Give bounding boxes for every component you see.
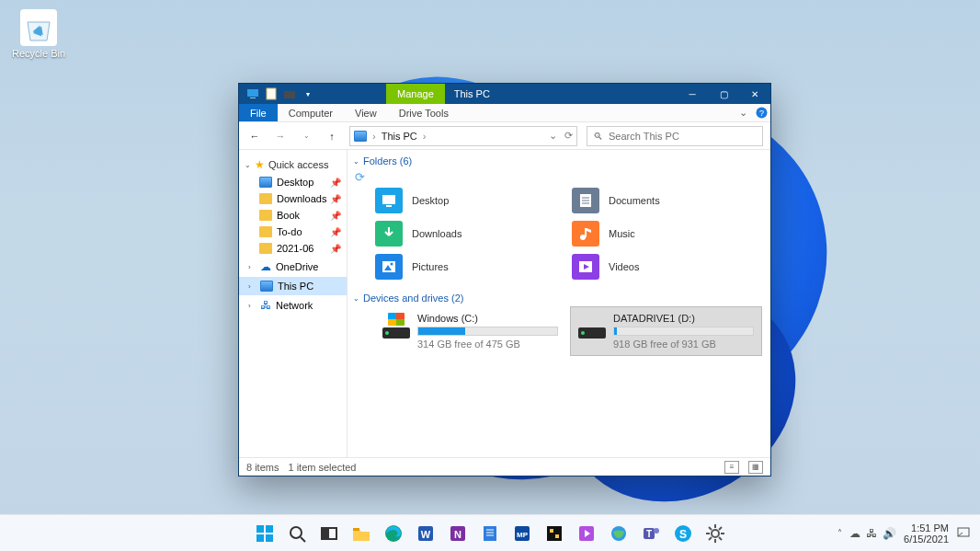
- sidebar-item-to-do[interactable]: To-do📌: [239, 224, 347, 240]
- chevron-down-icon: ⌄: [353, 157, 359, 166]
- ribbon-tab-computer[interactable]: Computer: [278, 104, 344, 121]
- sidebar-this-pc[interactable]: › This PC: [239, 277, 347, 295]
- group-header-label: Folders (6): [363, 155, 412, 166]
- taskbar-settings-icon[interactable]: [701, 520, 729, 547]
- svg-point-24: [291, 527, 302, 538]
- sidebar-item-label: 2021-06: [277, 243, 313, 254]
- this-pc-icon: [246, 87, 259, 100]
- folder-pictures[interactable]: Pictures: [375, 252, 564, 281]
- recent-locations-icon[interactable]: ⌄: [298, 132, 314, 140]
- minimize-button[interactable]: ─: [677, 84, 708, 104]
- details-view-button[interactable]: ≡: [724, 461, 739, 474]
- drive-free-label: 918 GB free of 931 GB: [613, 339, 754, 350]
- drive-item[interactable]: DATADRIVE1 (D:)918 GB free of 931 GB: [571, 307, 761, 355]
- content-pane[interactable]: ⌄ Folders (6) ⟳ DesktopDocumentsDownload…: [348, 150, 770, 457]
- sidebar-onedrive[interactable]: › ☁ OneDrive: [239, 257, 347, 277]
- svg-rect-34: [484, 526, 496, 541]
- taskbar-app-globe-icon[interactable]: [605, 520, 632, 547]
- sidebar-item-label: This PC: [278, 281, 313, 292]
- sidebar-item-book[interactable]: Book📌: [239, 207, 347, 224]
- this-pc-icon: [260, 281, 273, 292]
- sidebar-item-2021-06[interactable]: 2021-06📌: [239, 240, 347, 257]
- search-box[interactable]: 🔍︎: [587, 126, 763, 146]
- taskbar-word-icon[interactable]: W: [412, 520, 439, 547]
- drive-icon: [578, 313, 606, 339]
- svg-rect-22: [256, 534, 264, 542]
- status-item-count: 8 items: [246, 462, 279, 473]
- folder-label: Downloads: [412, 228, 462, 239]
- manage-tab[interactable]: Manage: [386, 84, 445, 104]
- qat-customize-icon[interactable]: ▾: [302, 87, 314, 100]
- ribbon-tab-view[interactable]: View: [344, 104, 388, 121]
- tray-volume-icon[interactable]: 🔊: [883, 527, 896, 540]
- system-tray[interactable]: ˄ ☁ 🖧 🔊 1:51 PM 6/15/2021: [828, 522, 980, 545]
- ribbon-tab-drivetools[interactable]: Drive Tools: [388, 104, 460, 121]
- pin-icon: 📌: [330, 194, 341, 204]
- svg-rect-0: [247, 89, 258, 97]
- address-bar[interactable]: › This PC › ⌄ ⟳: [349, 126, 577, 146]
- drive-item[interactable]: Windows (C:)314 GB free of 475 GB: [375, 307, 565, 355]
- sidebar-item-label: OneDrive: [276, 261, 318, 272]
- taskbar[interactable]: W N MP T S ˄ ☁ 🖧: [0, 514, 980, 551]
- svg-rect-27: [322, 528, 329, 539]
- group-header-label: Devices and drives (2): [363, 293, 463, 304]
- sidebar-item-label: Downloads: [277, 193, 326, 204]
- ribbon-expand-icon[interactable]: ⌄: [734, 104, 752, 121]
- up-button[interactable]: ↑: [324, 131, 340, 142]
- start-button[interactable]: [251, 520, 279, 547]
- tray-overflow-icon[interactable]: ˄: [838, 528, 842, 538]
- taskbar-app-dark-icon[interactable]: [541, 520, 568, 547]
- drive-usage-bar: [613, 327, 754, 336]
- taskbar-edge-icon[interactable]: [380, 520, 407, 547]
- chevron-down-icon: ⌄: [245, 161, 251, 169]
- taskbar-app-purple-icon[interactable]: [573, 520, 600, 547]
- back-button[interactable]: ←: [246, 131, 263, 142]
- search-input[interactable]: [609, 131, 757, 142]
- taskbar-onenote-icon[interactable]: N: [444, 520, 472, 547]
- svg-rect-42: [555, 534, 559, 538]
- chevron-right-icon: ›: [248, 282, 256, 291]
- taskbar-app-notes-icon[interactable]: [476, 520, 504, 547]
- close-button[interactable]: ✕: [739, 84, 770, 104]
- tray-network-icon[interactable]: 🖧: [866, 527, 877, 540]
- tray-notifications-icon[interactable]: [956, 525, 971, 542]
- taskbar-skype-icon[interactable]: S: [669, 520, 697, 547]
- breadcrumb[interactable]: This PC: [382, 131, 417, 142]
- forward-button[interactable]: →: [272, 131, 289, 142]
- folder-videos[interactable]: Videos: [572, 252, 761, 281]
- sidebar-item-downloads[interactable]: Downloads📌: [239, 190, 347, 207]
- group-header-drives[interactable]: ⌄ Devices and drives (2): [353, 293, 761, 304]
- taskbar-search-icon[interactable]: [283, 520, 311, 547]
- taskbar-file-explorer-icon[interactable]: [348, 520, 375, 547]
- refresh-icon[interactable]: ⟳: [564, 130, 573, 142]
- maximize-button[interactable]: ▢: [708, 84, 739, 104]
- large-icons-view-button[interactable]: ▦: [748, 461, 763, 474]
- tray-onedrive-icon[interactable]: ☁: [849, 527, 860, 540]
- new-folder-icon[interactable]: [283, 87, 296, 100]
- taskbar-teams-icon[interactable]: T: [637, 520, 665, 547]
- taskbar-app-mp-icon[interactable]: MP: [508, 520, 536, 547]
- address-dropdown-icon[interactable]: ⌄: [549, 130, 557, 142]
- help-icon[interactable]: ?: [752, 104, 770, 121]
- desktop-icon-recycle-bin[interactable]: Recycle Bin: [7, 9, 70, 59]
- folder-desktop[interactable]: Desktop: [375, 186, 564, 215]
- group-header-folders[interactable]: ⌄ Folders (6): [353, 155, 761, 166]
- chevron-right-icon[interactable]: ›: [423, 131, 427, 142]
- svg-rect-6: [382, 195, 395, 204]
- sidebar-item-desktop[interactable]: Desktop📌: [239, 174, 347, 190]
- titlebar[interactable]: ▾ Manage This PC ─ ▢ ✕: [239, 84, 770, 104]
- ribbon-tab-file[interactable]: File: [239, 104, 278, 121]
- svg-rect-14: [585, 228, 587, 237]
- drive-name: Windows (C:): [417, 313, 558, 324]
- svg-point-48: [654, 528, 659, 534]
- properties-icon[interactable]: [265, 87, 278, 100]
- svg-line-59: [719, 527, 722, 530]
- sidebar-network[interactable]: › 🖧 Network: [239, 295, 347, 316]
- pin-icon: 📌: [330, 244, 341, 254]
- folder-documents[interactable]: Documents: [572, 186, 761, 215]
- folder-downloads[interactable]: Downloads: [375, 219, 564, 248]
- folder-music[interactable]: Music: [572, 219, 761, 248]
- taskbar-taskview-icon[interactable]: [315, 520, 343, 547]
- tray-clock[interactable]: 1:51 PM 6/15/2021: [904, 522, 949, 545]
- sidebar-quick-access[interactable]: ⌄ ★ Quick access: [239, 155, 347, 174]
